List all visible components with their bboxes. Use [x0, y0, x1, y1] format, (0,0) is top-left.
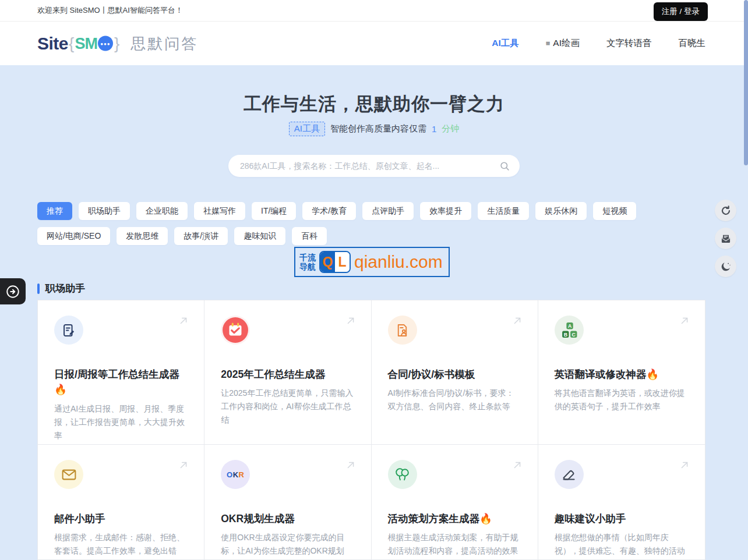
tool-card-title: 活动策划方案生成器🔥 [388, 511, 521, 526]
register-login-button[interactable]: 注册 / 登录 [654, 2, 708, 21]
refresh-icon [720, 205, 732, 217]
envelope-icon [54, 460, 83, 489]
open-arrow-icon[interactable] [344, 314, 357, 329]
tool-card[interactable]: 活动策划方案生成器🔥 根据主题生成活动策划案，有助于规划活动流程和内容，提高活动… [372, 445, 538, 560]
ai-tools-badge: AI工具 [289, 122, 325, 136]
hero-subtitle-text: 智能创作高质量内容仅需 [330, 123, 426, 134]
tool-card-description: AI制作标准合同/协议/标书，要求：双方信息、合同内容、终止条款等 [388, 387, 521, 413]
nav-item-0[interactable]: ≡ AI工具 [492, 37, 519, 49]
eraser-icon [555, 460, 584, 489]
category-chip[interactable]: 学术/教育 [302, 202, 356, 220]
category-chip[interactable]: 职场助手 [79, 202, 130, 220]
circle-arrow-right-icon [5, 284, 20, 299]
main-nav: ≡ AI工具 ≡ AI绘画 ≡ 文字转语音 ≡ 百晓生 [492, 22, 705, 65]
okr-icon: OKR [221, 460, 250, 489]
ql-logo-icon: Q L [319, 251, 351, 273]
moon-stars-icon [720, 261, 732, 272]
welcome-text: 欢迎来到 SiteSMO丨思默AI智能问答平台！ [37, 5, 183, 16]
open-arrow-icon[interactable] [678, 314, 691, 329]
tool-card-title: 日报/周报等工作总结生成器🔥 [54, 367, 188, 398]
tool-card-title: 合同/协议/标书模板 [388, 367, 521, 382]
open-arrow-icon[interactable] [344, 459, 357, 474]
expand-sidebar-button[interactable] [0, 278, 26, 304]
contract-icon [388, 316, 417, 345]
hero-title: 工作与生活，思默助你一臂之力 [0, 92, 748, 116]
watermark-nav-text: 千流 导航 [299, 253, 316, 271]
tool-card-title: OKR规划生成器 [221, 511, 354, 526]
svg-text:C: C [572, 331, 576, 337]
open-arrow-icon[interactable] [511, 314, 524, 329]
tool-card-title: 趣味建议小助手 [555, 511, 689, 526]
category-chip[interactable]: 企业职能 [136, 202, 188, 220]
header: Site { SM ●●● } 思默问答 ≡ AI工具 ≡ AI绘画 ≡ 文字转… [0, 22, 748, 65]
category-chip[interactable]: 社媒写作 [194, 202, 245, 220]
category-chip[interactable]: 娱乐休闲 [535, 202, 587, 220]
site-logo[interactable]: Site { SM ●●● } 思默问答 [37, 33, 198, 54]
inbox-mail-icon [720, 233, 732, 244]
page-scrollbar-thumb[interactable] [744, 0, 748, 165]
section-header: 职场助手 [37, 282, 85, 295]
tool-card[interactable]: 日报/周报等工作总结生成器🔥 通过AI生成日报、周报、月报、季度报，让工作报告更… [38, 300, 204, 445]
refresh-button[interactable] [715, 200, 736, 221]
category-chip[interactable]: 发散思维 [117, 227, 168, 245]
search-bar [228, 155, 520, 177]
category-chip[interactable]: 效率提升 [420, 202, 471, 220]
tool-card[interactable]: OKR OKR规划生成器 使用OKR生成器设定你要完成的目标，让AI为你生成完整… [204, 445, 371, 560]
watermark-domain: qianliu.com [354, 252, 443, 272]
category-chip[interactable]: 百科 [292, 227, 327, 245]
tool-card-description: 通过AI生成日报、周报、月报、季度报，让工作报告更简单，大大提升效率 [54, 402, 188, 442]
logo-brand-chinese: 思默问答 [130, 33, 198, 54]
category-chip[interactable]: 推荐 [37, 202, 72, 220]
calendar-check-icon [221, 316, 250, 345]
nav-item-2[interactable]: ≡ 文字转语音 [606, 37, 652, 49]
tool-card-title: 2025年工作总结生成器 [221, 367, 354, 382]
inbox-mail-button[interactable] [715, 228, 736, 249]
logo-chat-bubble-icon: ●●● [98, 36, 113, 51]
tool-card-description: 根据需求，生成邮件：感谢、拒绝、客套话。提高工作效率，避免出错 [54, 531, 188, 558]
tool-card[interactable]: 2025年工作总结生成器 让2025年工作总结更简单，只需输入工作内容和岗位，A… [204, 300, 371, 445]
qianliu-watermark-link[interactable]: 千流 导航 Q L qianliu.com [294, 247, 450, 277]
tool-card-title: 英语翻译或修改神器🔥 [555, 367, 689, 382]
tool-card[interactable]: 邮件小助手 根据需求，生成邮件：感谢、拒绝、客套话。提高工作效率，避免出错 [38, 445, 204, 560]
hero-subtitle: AI工具 智能创作高质量内容仅需 1 分钟 [0, 122, 748, 136]
tool-card-description: 将其他语言翻译为英语，或改进你提供的英语句子，提升工作效率 [555, 387, 689, 413]
svg-text:B: B [564, 331, 567, 337]
section-accent-bar [37, 283, 40, 294]
search-input[interactable] [240, 161, 499, 171]
section-title: 职场助手 [45, 282, 85, 295]
tool-card[interactable]: 合同/协议/标书模板 AI制作标准合同/协议/标书，要求：双方信息、合同内容、终… [372, 300, 538, 445]
open-arrow-icon[interactable] [678, 459, 691, 474]
balloons-icon [388, 460, 417, 489]
category-chip[interactable]: 生活质量 [478, 202, 529, 220]
open-arrow-icon[interactable] [177, 459, 190, 474]
logo-brace-close: } [114, 34, 119, 53]
category-chip[interactable]: 故事/演讲 [174, 227, 228, 245]
category-chip[interactable]: 趣味知识 [234, 227, 285, 245]
search-icon[interactable] [499, 161, 510, 172]
logo-text-site: Site [37, 34, 68, 54]
category-chip[interactable]: 网站/电商/SEO [37, 227, 110, 245]
tool-card-description: 让2025年工作总结更简单，只需输入工作内容和岗位，AI帮你生成工作总结 [221, 387, 354, 427]
category-chip[interactable]: 点评助手 [362, 202, 414, 220]
tool-card[interactable]: 趣味建议小助手 根据您想做的事情（比如周年庆祝），提供难忘、有趣、独特的活动和建… [538, 445, 705, 560]
moon-stars-button[interactable] [715, 256, 736, 277]
category-row-2: 网站/电商/SEO发散思维故事/演讲趣味知识百科 [37, 227, 327, 245]
menu-lines-icon: ≡ [546, 39, 551, 48]
category-chip[interactable]: IT/编程 [252, 202, 296, 220]
category-chip[interactable]: 短视频 [593, 202, 636, 220]
logo-brace-open: { [69, 34, 74, 53]
tool-card[interactable]: ABC 英语翻译或修改神器🔥 将其他语言翻译为英语，或改进你提供的英语句子，提升… [538, 300, 705, 445]
document-edit-icon [54, 316, 83, 345]
nav-item-1[interactable]: ≡ AI绘画 [546, 37, 580, 49]
abc-blocks-icon: ABC [555, 316, 584, 345]
hero-subtitle-unit: 分钟 [442, 123, 459, 134]
category-row-1: 推荐职场助手企业职能社媒写作IT/编程学术/教育点评助手效率提升生活质量娱乐休闲… [37, 202, 636, 220]
floating-actions [715, 200, 736, 277]
nav-item-3[interactable]: ≡ 百晓生 [679, 37, 706, 49]
open-arrow-icon[interactable] [177, 314, 190, 329]
tool-card-description: 根据您想做的事情（比如周年庆祝），提供难忘、有趣、独特的活动和建议 [555, 531, 689, 560]
open-arrow-icon[interactable] [511, 459, 524, 474]
tool-card-description: 根据主题生成活动策划案，有助于规划活动流程和内容，提高活动的效果 [388, 531, 521, 558]
topbar: 欢迎来到 SiteSMO丨思默AI智能问答平台！ 注册 / 登录 [0, 0, 748, 22]
tool-card-title: 邮件小助手 [54, 511, 188, 526]
